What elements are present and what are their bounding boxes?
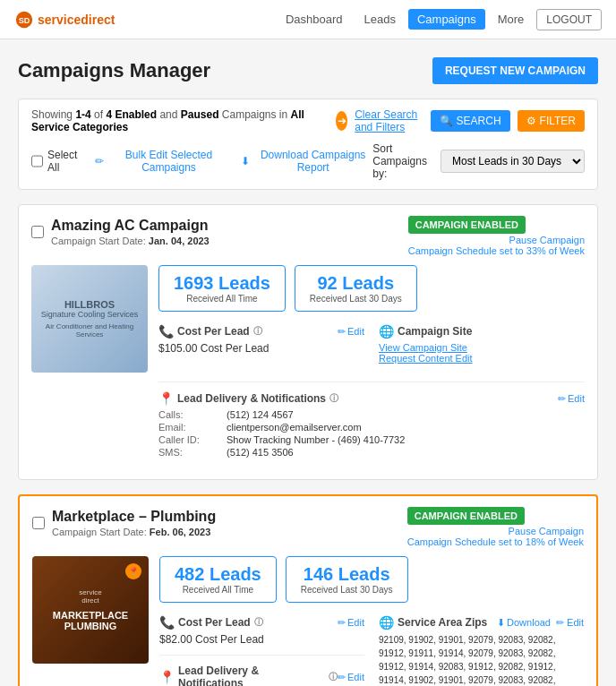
email-label: Email:: [158, 422, 221, 433]
campaign-ac-site-col: 🌐 Campaign Site View Campaign Site Reque…: [379, 324, 585, 373]
delivery-edit-link-p[interactable]: ✏ Edit: [338, 672, 364, 683]
filter-showing-text: Showing 1-4 of 4 Enabled and Paused Camp…: [31, 108, 336, 133]
search-button[interactable]: 🔍 SEARCH: [431, 110, 510, 132]
sms-value: (512) 415 3506: [227, 447, 585, 458]
download-report-label: Download Campaigns Report: [253, 149, 372, 174]
logout-button[interactable]: LOGOUT: [536, 9, 602, 30]
nav-leads[interactable]: Leads: [355, 9, 405, 30]
callerid-value: Show Tracking Number - (469) 410-7732: [227, 434, 585, 445]
download-report-button[interactable]: ⬇ Download Campaigns Report: [241, 149, 372, 174]
campaign-plumbing-schedule-link[interactable]: Campaign Schedule set to 18% of Week: [407, 536, 584, 547]
delivery-info-icon-p: ⓘ: [329, 671, 338, 683]
delivery-info-icon: ⓘ: [329, 392, 338, 405]
nav-more[interactable]: More: [489, 9, 534, 30]
campaign-plumbing-lead-delivery: 📍 Lead Delivery & Notifications ⓘ ✏ Edit…: [159, 665, 364, 686]
campaign-ac-date: Campaign Start Date: Jan. 04, 2023: [51, 236, 210, 246]
globe-icon-p: 🌐: [379, 615, 394, 630]
svg-text:SD: SD: [19, 15, 30, 24]
campaign-plumbing-cost-value: $82.00 Cost Per Lead: [159, 633, 364, 646]
cost-edit-link[interactable]: ✏ Edit: [338, 326, 364, 338]
campaign-plumbing-zips-header: 🌐 Service Area Zips ⬇ Download ✏ Edit: [379, 615, 584, 630]
delivery-edit-link[interactable]: ✏ Edit: [558, 393, 585, 405]
campaign-plumbing-stats: 482 Leads Received All Time 146 Leads Re…: [159, 556, 584, 603]
page-title: Campaigns Manager: [18, 59, 210, 82]
campaign-ac-cost-section: 📞 Cost Per Lead ⓘ ✏ Edit $105.00 Cost Pe…: [158, 324, 364, 355]
campaign-plumbing-status: CAMPAIGN ENABLED Pause Campaign Campaign…: [407, 509, 584, 547]
campaign-plumbing-stat1: 482 Leads Received All Time: [159, 556, 277, 603]
cost-info-icon: ⓘ: [253, 325, 262, 338]
campaign-plumbing-cost-title: 📞 Cost Per Lead ⓘ: [159, 615, 263, 630]
campaign-ac-checkbox[interactable]: [31, 226, 44, 238]
campaign-ac-date-label: Campaign Start Date:: [51, 236, 146, 246]
sort-select[interactable]: Most Leads in 30 Days Most Leads All Tim…: [441, 150, 585, 173]
campaign-plumbing-cost-col: 📞 Cost Per Lead ⓘ ✏ Edit $82.00 Cost Per…: [159, 615, 364, 686]
campaign-plumbing-header-left: Marketplace – Plumbing Campaign Start Da…: [32, 509, 216, 537]
campaign-ac-actions: Pause Campaign Campaign Schedule set to …: [408, 235, 585, 256]
filter-button[interactable]: ⚙ FILTER: [518, 110, 585, 132]
pencil-delivery-icon: ✏: [558, 393, 566, 405]
cost-edit-link-p[interactable]: ✏ Edit: [338, 617, 364, 629]
campaign-ac-body: HILLBROS Signature Cooling Services Air …: [31, 265, 585, 467]
select-all-checkbox[interactable]: [31, 155, 43, 167]
campaign-plumbing-date: Campaign Start Date: Feb. 06, 2023: [52, 527, 216, 537]
campaign-plumbing-two-col: 📞 Cost Per Lead ⓘ ✏ Edit $82.00 Cost Per…: [159, 615, 584, 686]
sort-wrap: Sort Campaigns by: Most Leads in 30 Days…: [372, 142, 585, 180]
location-icon: 📍: [158, 391, 174, 406]
nav-campaigns[interactable]: Campaigns: [408, 9, 485, 30]
campaign-ac-site-section: 🌐 Campaign Site View Campaign Site Reque…: [379, 324, 585, 364]
campaign-plumbing-cost-header: 📞 Cost Per Lead ⓘ ✏ Edit: [159, 615, 364, 630]
filter-bar: Showing 1-4 of 4 Enabled and Paused Camp…: [18, 99, 598, 190]
campaign-plumbing-zips-col: 🌐 Service Area Zips ⬇ Download ✏ Edit: [379, 615, 584, 686]
request-content-edit-link[interactable]: Request Content Edit: [379, 353, 585, 364]
bulk-edit-button[interactable]: ✏ Bulk Edit Selected Campaigns: [95, 149, 230, 174]
campaign-plumbing-stat2: 146 Leads Received Last 30 Days: [286, 556, 408, 603]
campaign-plumbing-stat1-label: Received All Time: [175, 585, 261, 595]
campaign-plumbing-checkbox[interactable]: [32, 517, 45, 529]
campaign-plumbing-cost-section: 📞 Cost Per Lead ⓘ ✏ Edit $82.00 Cost Per…: [159, 615, 364, 646]
page-header: Campaigns Manager REQUEST NEW CAMPAIGN: [18, 57, 598, 84]
campaign-plumbing-date-value: Feb. 06, 2023: [150, 527, 211, 537]
campaign-plumbing-zips-title: 🌐 Service Area Zips: [379, 615, 487, 630]
campaign-plumbing-image: service direct MARKETPLACE PLUMBING 📍: [32, 556, 149, 664]
zips-download-link[interactable]: ⬇ Download: [497, 617, 551, 629]
campaign-ac-image: HILLBROS Signature Cooling Services Air …: [31, 265, 148, 373]
campaign-ac-stat1: 1693 Leads Received All Time: [158, 265, 286, 312]
campaign-plumbing-header: Marketplace – Plumbing Campaign Start Da…: [32, 509, 584, 547]
phone-icon: 📞: [158, 324, 174, 339]
divider-p: [159, 655, 364, 656]
navigation: SD servicedirect Dashboard Leads Campaig…: [0, 0, 616, 39]
pencil-delivery-icon-p: ✏: [338, 672, 346, 683]
campaign-ac-site-title: 🌐 Campaign Site: [379, 324, 472, 339]
campaign-ac-badge: CAMPAIGN ENABLED: [408, 218, 585, 231]
clear-search-link[interactable]: Clear Search and Filters: [355, 108, 423, 133]
campaign-ac-delivery-header: 📍 Lead Delivery & Notifications ⓘ ✏ Edit: [158, 391, 585, 406]
zips-edit-link[interactable]: ✏ Edit: [556, 617, 584, 629]
logo-text: servicedirect: [38, 13, 115, 27]
calls-value: (512) 124 4567: [227, 409, 585, 420]
download-icon: ⬇: [241, 155, 250, 167]
filter-bottom-row: Select All ✏ Bulk Edit Selected Campaign…: [31, 142, 585, 180]
campaign-ac-schedule-link[interactable]: Campaign Schedule set to 33% of Week: [408, 245, 585, 256]
search-icon: 🔍: [440, 115, 453, 127]
nav-links: Dashboard Leads Campaigns More LOGOUT: [277, 9, 602, 30]
select-all-wrap: Select All: [31, 149, 84, 174]
campaign-plumbing-pause-link[interactable]: Pause Campaign: [407, 526, 584, 536]
filter-label: FILTER: [540, 115, 576, 127]
campaign-ac-pause-link[interactable]: Pause Campaign: [408, 235, 585, 245]
phone-icon-p: 📞: [159, 615, 175, 630]
campaign-ac-delivery-grid: Calls: (512) 124 4567 Email: clientperso…: [158, 409, 585, 458]
campaign-ac-lead-delivery: 📍 Lead Delivery & Notifications ⓘ ✏ Edit…: [158, 391, 585, 458]
pencil-edit-icon: ✏: [338, 326, 346, 338]
filter-arrow-icon: ➔: [336, 111, 347, 131]
nav-dashboard[interactable]: Dashboard: [277, 9, 352, 30]
main-content: Campaigns Manager REQUEST NEW CAMPAIGN S…: [0, 39, 616, 686]
campaign-plumbing-stat1-number: 482 Leads: [175, 564, 261, 585]
view-campaign-site-link[interactable]: View Campaign Site: [379, 342, 585, 353]
campaign-ac-right: 1693 Leads Received All Time 92 Leads Re…: [158, 265, 585, 467]
campaign-ac-site-header: 🌐 Campaign Site: [379, 324, 585, 339]
campaign-ac-cost-title: 📞 Cost Per Lead ⓘ: [158, 324, 262, 339]
request-new-campaign-button[interactable]: REQUEST NEW CAMPAIGN: [432, 57, 598, 84]
campaign-plumbing-zips-section: 🌐 Service Area Zips ⬇ Download ✏ Edit: [379, 615, 584, 686]
campaign-ac-cost-header: 📞 Cost Per Lead ⓘ ✏ Edit: [158, 324, 364, 339]
campaign-ac-header-left: Amazing AC Campaign Campaign Start Date:…: [31, 218, 210, 246]
